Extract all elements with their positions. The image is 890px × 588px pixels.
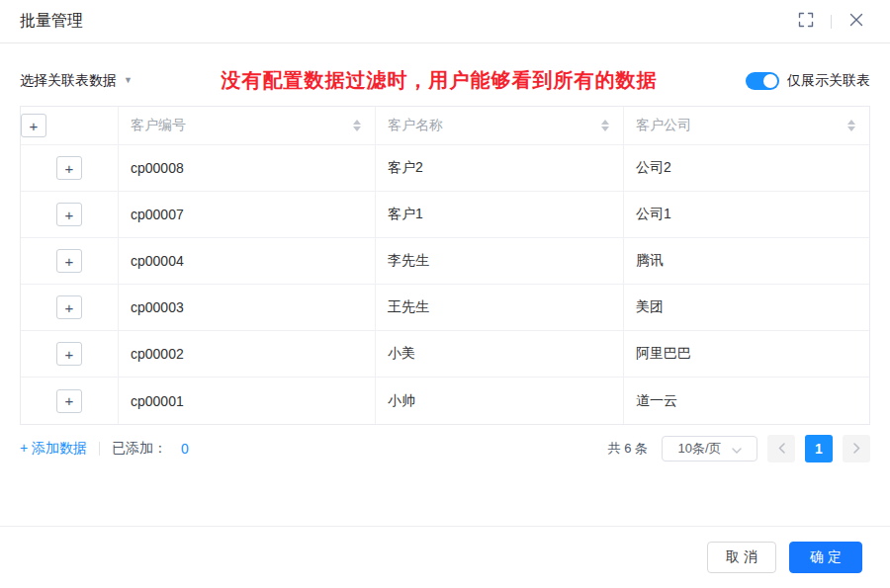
sort-icon (601, 120, 609, 131)
header-add-cell: + (21, 107, 119, 145)
cell-company: 腾讯 (624, 238, 869, 285)
show-related-only-toggle[interactable] (746, 72, 779, 90)
fullscreen-button[interactable] (796, 10, 816, 33)
cell-company: 道一云 (624, 378, 869, 424)
column-header-code[interactable]: 客户编号 (119, 107, 376, 145)
caret-down-icon: ▼ (124, 76, 133, 85)
table-row: + cp00004 李先生 腾讯 (21, 238, 869, 285)
header-divider (831, 15, 832, 29)
close-icon (848, 12, 864, 31)
cell-code: cp00008 (119, 145, 376, 192)
chevron-left-icon (778, 442, 785, 457)
added-label: 已添加： (112, 440, 167, 458)
cancel-button[interactable]: 取 消 (707, 542, 776, 573)
cell-code: cp00007 (119, 192, 376, 238)
add-data-link[interactable]: + 添加数据 (20, 440, 87, 458)
added-count: 0 (181, 441, 189, 457)
confirm-button[interactable]: 确 定 (789, 542, 862, 573)
batch-manage-dialog: 批量管理 (0, 0, 890, 588)
list-footer: + 添加数据 已添加：0 共 6 条 10条/页 1 (20, 425, 870, 472)
add-row-button[interactable]: + (56, 249, 82, 273)
header-actions (796, 10, 866, 33)
toggle-group: 仅展示关联表 (746, 72, 870, 90)
table-row: + cp00007 客户1 公司1 (21, 192, 869, 238)
dialog-footer: 取 消 确 定 (0, 526, 890, 588)
page-size-select[interactable]: 10条/页 (662, 436, 757, 462)
select-source-label: 选择关联表数据 (20, 72, 117, 90)
page-1-button[interactable]: 1 (805, 435, 833, 462)
toolbar: 选择关联表数据 ▼ 没有配置数据过滤时，用户能够看到所有的数据 仅展示关联表 (0, 43, 890, 106)
cell-code: cp00004 (119, 238, 376, 285)
customer-table: + 客户编号 客户名称 客户公司 + cp00008 客户2 公司2 (20, 106, 870, 425)
table-row: + cp00003 王先生 美团 (21, 285, 869, 331)
fullscreen-icon (798, 12, 814, 31)
table-row: + cp00002 小美 阿里巴巴 (21, 331, 869, 378)
cell-code: cp00001 (119, 378, 376, 424)
column-header-name[interactable]: 客户名称 (376, 107, 624, 145)
cell-name: 李先生 (376, 238, 624, 285)
select-source-dropdown[interactable]: 选择关联表数据 ▼ (20, 72, 133, 90)
pagination: 共 6 条 10条/页 1 (608, 435, 870, 462)
add-row-button[interactable]: + (56, 342, 82, 366)
chevron-down-icon (732, 442, 742, 457)
total-count: 共 6 条 (608, 440, 648, 458)
annotation-text: 没有配置数据过滤时，用户能够看到所有的数据 (133, 67, 746, 94)
column-label: 客户编号 (131, 117, 186, 134)
sort-icon (847, 120, 855, 131)
dialog-header: 批量管理 (0, 0, 890, 43)
cell-code: cp00003 (119, 285, 376, 331)
column-label: 客户名称 (388, 117, 443, 134)
table-row: + cp00008 客户2 公司2 (21, 145, 869, 192)
next-page-button[interactable] (843, 435, 870, 462)
cell-name: 小美 (376, 331, 624, 378)
cell-code: cp00002 (119, 331, 376, 378)
cell-name: 小帅 (376, 378, 624, 424)
chevron-right-icon (853, 442, 860, 457)
footer-separator (99, 442, 100, 456)
sort-icon (353, 120, 361, 131)
cell-company: 美团 (624, 285, 869, 331)
add-row-button[interactable]: + (56, 203, 82, 226)
cell-name: 客户1 (376, 192, 624, 238)
column-label: 客户公司 (636, 117, 691, 134)
toggle-label: 仅展示关联表 (787, 72, 870, 90)
column-header-company[interactable]: 客户公司 (624, 107, 869, 145)
footer-left: + 添加数据 已添加：0 (20, 440, 189, 458)
dialog-title: 批量管理 (20, 11, 83, 32)
add-row-button[interactable]: + (56, 156, 82, 180)
page-size-value: 10条/页 (677, 440, 721, 458)
close-button[interactable] (846, 10, 866, 33)
cell-name: 王先生 (376, 285, 624, 331)
table-row: + cp00001 小帅 道一云 (21, 378, 869, 424)
cell-company: 公司2 (624, 145, 869, 192)
prev-page-button[interactable] (767, 435, 795, 462)
add-row-button[interactable]: + (56, 389, 82, 413)
cell-name: 客户2 (376, 145, 624, 192)
add-row-button[interactable]: + (56, 295, 82, 319)
add-all-button[interactable]: + (21, 114, 46, 137)
cell-company: 公司1 (624, 192, 869, 238)
cell-company: 阿里巴巴 (624, 331, 869, 378)
table-header-row: + 客户编号 客户名称 客户公司 (21, 107, 869, 145)
table-body: + cp00008 客户2 公司2 + cp00007 客户1 公司1 + cp… (21, 145, 869, 424)
